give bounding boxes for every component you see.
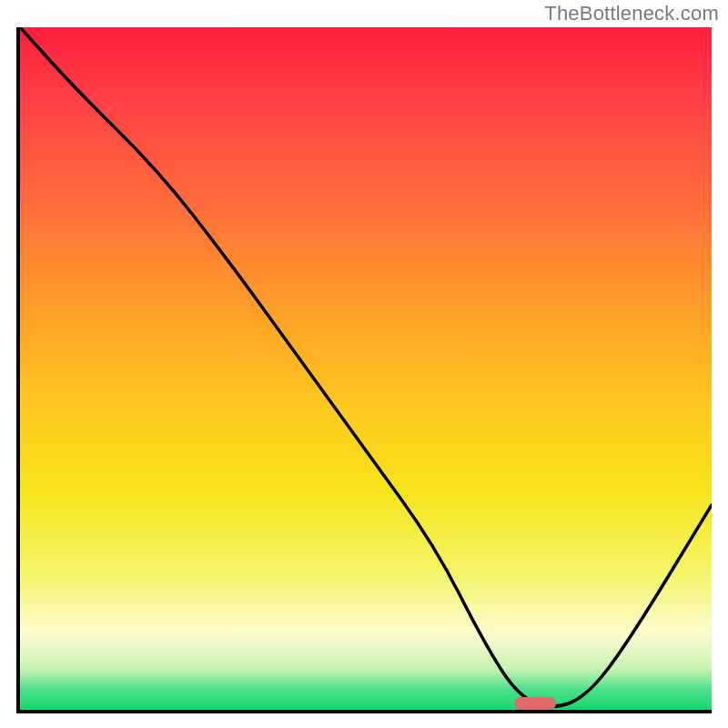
optimal-marker [514, 697, 556, 710]
chart-container: TheBottleneck.com [0, 0, 728, 728]
watermark-text: TheBottleneck.com [544, 2, 719, 25]
bottleneck-curve [20, 27, 712, 710]
plot-area [16, 27, 712, 713]
